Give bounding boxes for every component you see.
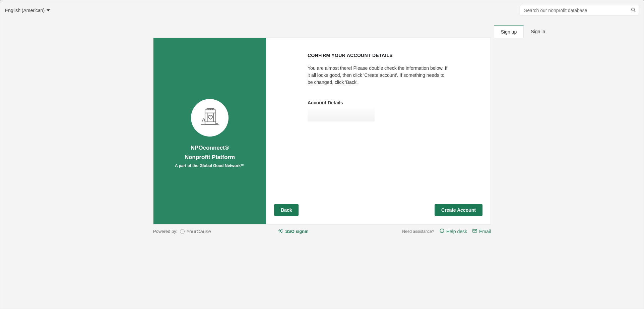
envelope-icon — [472, 228, 477, 234]
tab-signin[interactable]: Sign in — [524, 25, 552, 38]
account-details-placeholder — [308, 108, 375, 121]
tab-signup[interactable]: Sign up — [494, 25, 524, 38]
svg-point-14 — [442, 230, 442, 230]
yourcause-circle-icon — [180, 229, 185, 234]
need-assistance-label: Need assistance? — [402, 229, 434, 234]
building-heart-icon — [199, 106, 221, 130]
brand-panel: NPOconnect® Nonprofit Platform A part of… — [153, 38, 266, 224]
page-heading: CONFIRM YOUR ACCOUNT DETAILS — [308, 53, 449, 58]
search-input[interactable] — [520, 5, 639, 16]
brand-tagline: A part of the Global Good Network™ — [175, 163, 245, 168]
email-label: Email — [479, 229, 491, 234]
back-button[interactable]: Back — [274, 204, 299, 216]
powered-by-label: Powered by: — [153, 229, 177, 234]
language-label: English (American) — [5, 8, 45, 13]
sso-signin-link[interactable]: SSO signin — [278, 228, 308, 234]
brand-title: NPOconnect® — [191, 145, 229, 151]
svg-rect-15 — [473, 229, 477, 233]
signin-arrow-icon — [278, 228, 282, 234]
form-panel: CONFIRM YOUR ACCOUNT DETAILS You are alm… — [266, 38, 491, 224]
svg-rect-2 — [205, 110, 216, 124]
search-container — [520, 5, 639, 16]
brand-subtitle: Nonprofit Platform — [185, 154, 235, 161]
chevron-down-icon — [47, 8, 50, 13]
footer: Powered by: YourCause SSO signin Need as… — [153, 228, 491, 234]
brand-logo — [191, 99, 229, 137]
info-icon — [440, 228, 444, 234]
yourcause-logo: YourCause — [180, 228, 211, 234]
language-selector[interactable]: English (American) — [5, 8, 50, 13]
email-link[interactable]: Email — [472, 228, 491, 234]
instructions-text: You are almost there! Please double chec… — [308, 65, 448, 86]
sso-label: SSO signin — [285, 229, 308, 234]
yourcause-name: YourCause — [186, 228, 211, 234]
help-desk-label: Help desk — [446, 229, 467, 234]
create-account-button[interactable]: Create Account — [435, 204, 482, 216]
account-details-label: Account Details — [308, 100, 449, 105]
auth-tabs: Sign up Sign in — [0, 24, 644, 38]
help-desk-link[interactable]: Help desk — [440, 228, 467, 234]
signup-card: NPOconnect® Nonprofit Platform A part of… — [153, 38, 491, 224]
